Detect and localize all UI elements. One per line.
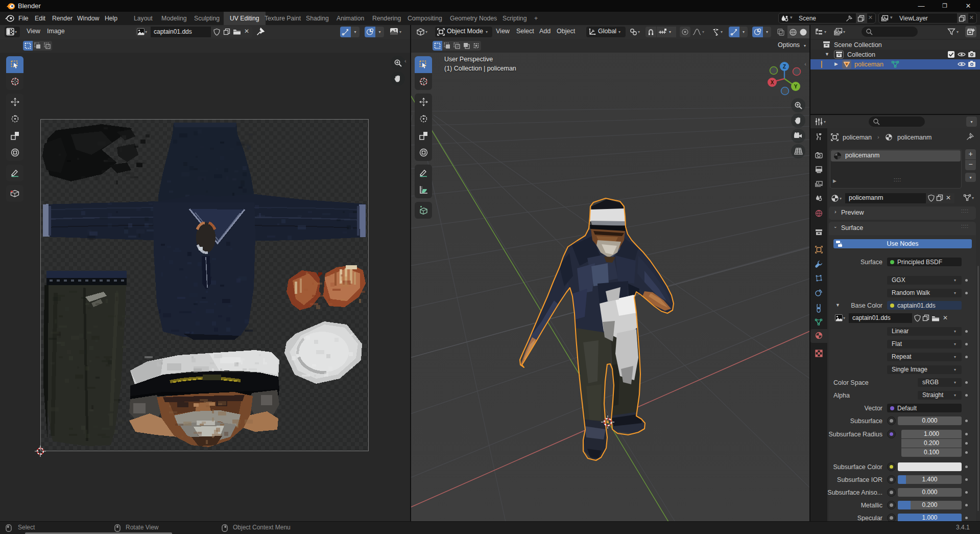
svg-text:Z: Z <box>783 64 786 69</box>
svg-text:X: X <box>771 80 774 85</box>
svg-text:Y: Y <box>794 84 798 89</box>
